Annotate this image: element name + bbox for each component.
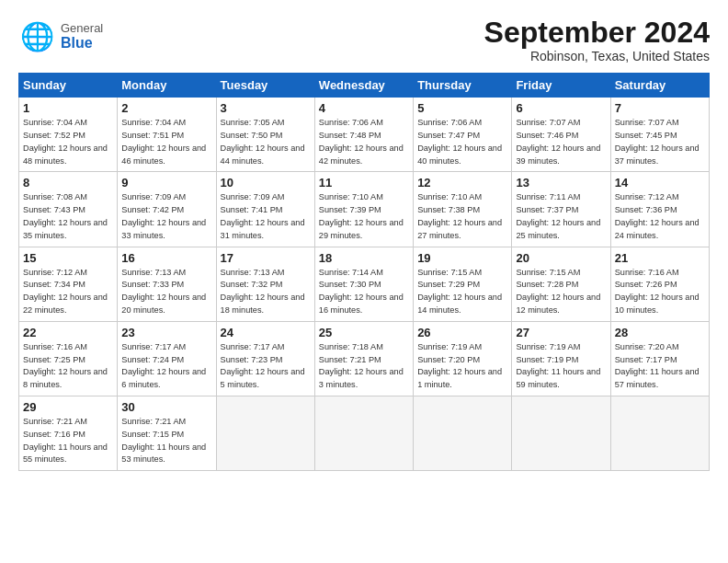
calendar-cell: 3Sunrise: 7:05 AMSunset: 7:50 PMDaylight… [216,98,314,172]
week-row-3: 15Sunrise: 7:12 AMSunset: 7:34 PMDayligh… [19,247,710,321]
day-info: Sunrise: 7:15 AMSunset: 7:28 PMDaylight:… [516,267,606,317]
location: Robinson, Texas, United States [484,49,710,63]
calendar-cell: 1Sunrise: 7:04 AMSunset: 7:52 PMDaylight… [19,98,118,172]
week-row-2: 8Sunrise: 7:08 AMSunset: 7:43 PMDaylight… [19,172,710,247]
header: 🌐 General Blue September 2024 Robinson, … [18,17,710,63]
day-info: Sunrise: 7:13 AMSunset: 7:32 PMDaylight:… [221,267,311,317]
weekday-header-monday: Monday [118,74,216,98]
logo-blue-text: Blue [61,35,103,52]
calendar-cell [314,396,413,470]
day-number: 23 [121,326,211,339]
day-number: 30 [121,400,211,414]
calendar-cell: 20Sunrise: 7:15 AMSunset: 7:28 PMDayligh… [512,247,610,321]
day-info: Sunrise: 7:09 AMSunset: 7:41 PMDaylight:… [221,191,311,242]
calendar-cell: 21Sunrise: 7:16 AMSunset: 7:26 PMDayligh… [610,247,709,321]
day-number: 2 [121,101,211,115]
day-info: Sunrise: 7:17 AMSunset: 7:24 PMDaylight:… [121,341,211,392]
weekday-header-tuesday: Tuesday [216,74,314,98]
calendar-cell: 30Sunrise: 7:21 AMSunset: 7:15 PMDayligh… [118,396,216,470]
day-info: Sunrise: 7:12 AMSunset: 7:36 PMDaylight:… [615,191,705,242]
day-number: 17 [221,251,311,265]
calendar-cell: 29Sunrise: 7:21 AMSunset: 7:16 PMDayligh… [19,396,118,470]
day-info: Sunrise: 7:06 AMSunset: 7:47 PMDaylight:… [417,117,507,167]
calendar-cell [512,396,610,470]
day-info: Sunrise: 7:10 AMSunset: 7:39 PMDaylight:… [319,191,409,242]
day-number: 12 [417,176,507,190]
calendar-cell: 7Sunrise: 7:07 AMSunset: 7:45 PMDaylight… [610,98,709,172]
day-info: Sunrise: 7:19 AMSunset: 7:20 PMDaylight:… [417,341,507,392]
day-info: Sunrise: 7:21 AMSunset: 7:15 PMDaylight:… [121,416,211,466]
calendar-cell: 28Sunrise: 7:20 AMSunset: 7:17 PMDayligh… [610,321,709,396]
calendar-cell: 16Sunrise: 7:13 AMSunset: 7:33 PMDayligh… [118,247,216,321]
day-number: 13 [516,176,606,190]
calendar-cell: 13Sunrise: 7:11 AMSunset: 7:37 PMDayligh… [512,172,610,247]
calendar-cell: 2Sunrise: 7:04 AMSunset: 7:51 PMDaylight… [118,98,216,172]
calendar-cell: 18Sunrise: 7:14 AMSunset: 7:30 PMDayligh… [314,247,413,321]
day-info: Sunrise: 7:06 AMSunset: 7:48 PMDaylight:… [319,117,409,167]
month-title: September 2024 [484,17,710,49]
day-number: 15 [23,251,113,265]
day-number: 25 [319,326,409,339]
calendar-cell: 4Sunrise: 7:06 AMSunset: 7:48 PMDaylight… [314,98,413,172]
day-number: 4 [319,101,409,115]
day-info: Sunrise: 7:04 AMSunset: 7:51 PMDaylight:… [121,117,211,167]
day-number: 14 [615,176,705,190]
svg-text:🌐: 🌐 [20,20,55,53]
day-number: 27 [516,326,606,339]
calendar-cell: 27Sunrise: 7:19 AMSunset: 7:19 PMDayligh… [512,321,610,396]
calendar-cell: 11Sunrise: 7:10 AMSunset: 7:39 PMDayligh… [314,172,413,247]
calendar-cell: 19Sunrise: 7:15 AMSunset: 7:29 PMDayligh… [414,247,512,321]
day-info: Sunrise: 7:21 AMSunset: 7:16 PMDaylight:… [23,416,113,466]
page: 🌐 General Blue September 2024 Robinson, … [0,0,728,480]
day-number: 21 [615,251,705,265]
day-number: 18 [319,251,409,265]
calendar-cell: 25Sunrise: 7:18 AMSunset: 7:21 PMDayligh… [314,321,413,396]
day-number: 29 [23,400,113,414]
calendar-cell: 14Sunrise: 7:12 AMSunset: 7:36 PMDayligh… [610,172,709,247]
calendar-cell [414,396,512,470]
weekday-header-friday: Friday [512,74,610,98]
day-number: 19 [417,251,507,265]
logo-general-text: General [61,22,103,35]
day-info: Sunrise: 7:12 AMSunset: 7:34 PMDaylight:… [23,267,113,317]
week-row-4: 22Sunrise: 7:16 AMSunset: 7:25 PMDayligh… [19,321,710,396]
calendar-cell: 24Sunrise: 7:17 AMSunset: 7:23 PMDayligh… [216,321,314,396]
day-number: 24 [221,326,311,339]
calendar-cell: 6Sunrise: 7:07 AMSunset: 7:46 PMDaylight… [512,98,610,172]
day-number: 11 [319,176,409,190]
calendar-cell: 9Sunrise: 7:09 AMSunset: 7:42 PMDaylight… [118,172,216,247]
calendar-cell: 26Sunrise: 7:19 AMSunset: 7:20 PMDayligh… [414,321,512,396]
day-info: Sunrise: 7:07 AMSunset: 7:45 PMDaylight:… [615,117,705,167]
day-info: Sunrise: 7:16 AMSunset: 7:25 PMDaylight:… [23,341,113,392]
day-info: Sunrise: 7:08 AMSunset: 7:43 PMDaylight:… [23,191,113,242]
calendar-cell [216,396,314,470]
weekday-header-wednesday: Wednesday [314,74,413,98]
weekday-header-thursday: Thursday [414,74,512,98]
calendar-cell: 10Sunrise: 7:09 AMSunset: 7:41 PMDayligh… [216,172,314,247]
day-number: 9 [121,176,211,190]
day-info: Sunrise: 7:04 AMSunset: 7:52 PMDaylight:… [23,117,113,167]
day-info: Sunrise: 7:10 AMSunset: 7:38 PMDaylight:… [417,191,507,242]
day-info: Sunrise: 7:09 AMSunset: 7:42 PMDaylight:… [121,191,211,242]
day-number: 16 [121,251,211,265]
day-number: 3 [221,101,311,115]
day-info: Sunrise: 7:05 AMSunset: 7:50 PMDaylight:… [221,117,311,167]
weekday-header-saturday: Saturday [610,74,709,98]
day-number: 8 [23,176,113,190]
day-info: Sunrise: 7:15 AMSunset: 7:29 PMDaylight:… [417,267,507,317]
day-number: 7 [615,101,705,115]
day-info: Sunrise: 7:14 AMSunset: 7:30 PMDaylight:… [319,267,409,317]
logo-label: General Blue [61,22,103,52]
day-info: Sunrise: 7:17 AMSunset: 7:23 PMDaylight:… [221,341,311,392]
day-number: 10 [221,176,311,190]
weekday-header-row: SundayMondayTuesdayWednesdayThursdayFrid… [19,74,710,98]
logo-icon: 🌐 [18,17,59,57]
calendar-cell: 23Sunrise: 7:17 AMSunset: 7:24 PMDayligh… [118,321,216,396]
day-number: 26 [417,326,507,339]
logo: 🌐 General Blue [18,17,103,57]
calendar-cell: 12Sunrise: 7:10 AMSunset: 7:38 PMDayligh… [414,172,512,247]
day-number: 1 [23,101,113,115]
calendar-cell [610,396,709,470]
day-info: Sunrise: 7:16 AMSunset: 7:26 PMDaylight:… [615,267,705,317]
day-number: 5 [417,101,507,115]
